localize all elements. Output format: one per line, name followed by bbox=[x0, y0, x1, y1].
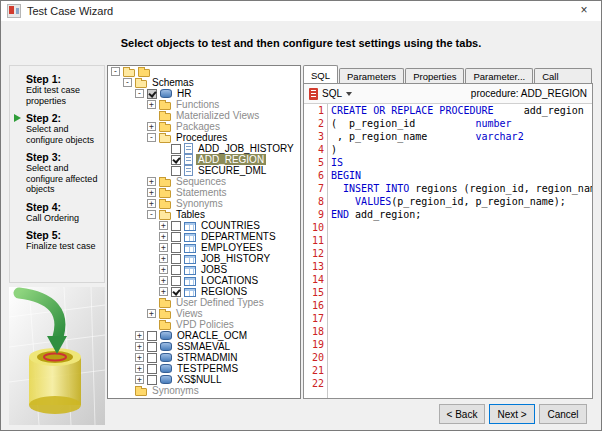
code-token: add_region; bbox=[349, 209, 421, 220]
expand-icon[interactable]: + bbox=[147, 100, 156, 109]
tab-properties[interactable]: Properties bbox=[405, 68, 464, 83]
object-name-label: procedure: ADD_REGION bbox=[471, 88, 587, 99]
titlebar[interactable]: Test Case Wizard × bbox=[1, 1, 601, 21]
code-editor[interactable]: 12345678910111213141516171819202122 CREA… bbox=[304, 104, 592, 398]
tree-node-add-region[interactable]: ADD_REGION bbox=[108, 154, 300, 165]
collapse-icon[interactable]: - bbox=[123, 78, 132, 87]
tree-node-xs-null[interactable]: +XS$NULL bbox=[108, 374, 300, 385]
expand-icon[interactable]: + bbox=[147, 122, 156, 131]
expand-icon[interactable]: + bbox=[159, 254, 168, 263]
tree-node-employees[interactable]: +EMPLOYEES bbox=[108, 242, 300, 253]
collapse-icon[interactable]: - bbox=[147, 210, 156, 219]
collapse-icon[interactable]: - bbox=[135, 89, 144, 98]
code-area[interactable]: CREATE OR REPLACE PROCEDURE add_region( … bbox=[328, 104, 592, 398]
tree-node-locations[interactable]: +LOCATIONS bbox=[108, 275, 300, 286]
keyword-token: VALUES bbox=[355, 196, 391, 207]
tree-node-functions[interactable]: +Functions bbox=[108, 99, 300, 110]
tree-node-synonyms[interactable]: +Synonyms bbox=[108, 198, 300, 209]
expand-icon[interactable]: + bbox=[135, 353, 144, 362]
line-number: 21 bbox=[304, 364, 324, 377]
checkbox[interactable] bbox=[171, 276, 181, 286]
tree-node-secure-dml[interactable]: SECURE_DML bbox=[108, 165, 300, 176]
expand-icon[interactable]: + bbox=[147, 309, 156, 318]
checkbox[interactable] bbox=[171, 232, 181, 242]
tree-node-tables[interactable]: -Tables bbox=[108, 209, 300, 220]
line-number: 18 bbox=[304, 325, 324, 338]
tab-parameter[interactable]: Parameter... bbox=[465, 68, 533, 83]
tree-node-vpd-policies[interactable]: VPD Policies bbox=[108, 319, 300, 330]
checkbox[interactable] bbox=[171, 144, 181, 154]
checkbox[interactable] bbox=[147, 364, 157, 374]
tree-node-label: Statements bbox=[174, 187, 229, 198]
tree-node-packages[interactable]: +Packages bbox=[108, 121, 300, 132]
tree-node-views[interactable]: +Views bbox=[108, 308, 300, 319]
tree-node-countries[interactable]: +COUNTRIES bbox=[108, 220, 300, 231]
expand-icon[interactable]: + bbox=[159, 221, 168, 230]
tree-node-jobs[interactable]: +JOBS bbox=[108, 264, 300, 275]
collapse-icon[interactable]: - bbox=[111, 67, 120, 76]
expand-icon[interactable]: + bbox=[159, 287, 168, 296]
tab-call-values[interactable]: Call Values bbox=[534, 68, 592, 83]
tree-node-label: COUNTRIES bbox=[199, 220, 262, 231]
checkbox[interactable] bbox=[147, 331, 157, 341]
tree-node-regions[interactable]: +REGIONS bbox=[108, 286, 300, 297]
expand-icon[interactable]: + bbox=[135, 375, 144, 384]
code-token: (p_region_id, p_region_name); bbox=[391, 196, 566, 207]
tab-parameters[interactable]: Parameters bbox=[339, 68, 404, 83]
object-tree[interactable]: --Schemas-HR+FunctionsMaterialized Views… bbox=[107, 65, 301, 399]
table-icon bbox=[184, 288, 196, 297]
tree-node-root[interactable]: - bbox=[108, 66, 300, 77]
code-line: BEGIN bbox=[331, 169, 592, 182]
close-button[interactable]: × bbox=[567, 1, 601, 21]
checkbox[interactable] bbox=[171, 265, 181, 275]
next-button[interactable]: Next > bbox=[489, 404, 535, 424]
checkbox[interactable] bbox=[171, 287, 181, 297]
cancel-button[interactable]: Cancel bbox=[539, 404, 587, 424]
tree-node-add-job-history[interactable]: ADD_JOB_HISTORY bbox=[108, 143, 300, 154]
tree-node-strmadmin[interactable]: +STRMADMIN bbox=[108, 352, 300, 363]
checkbox[interactable] bbox=[147, 375, 157, 385]
sql-view-dropdown[interactable]: SQL bbox=[322, 88, 342, 99]
code-line bbox=[331, 325, 592, 338]
expand-icon[interactable]: + bbox=[159, 276, 168, 285]
tree-node-materialized-views[interactable]: Materialized Views bbox=[108, 110, 300, 121]
checkbox[interactable] bbox=[171, 254, 181, 264]
tree-node-departments[interactable]: +DEPARTMENTS bbox=[108, 231, 300, 242]
keyword-token: END bbox=[331, 209, 349, 220]
tree-node-statements[interactable]: +Statements bbox=[108, 187, 300, 198]
tree-node-synonyms[interactable]: Synonyms bbox=[108, 385, 300, 396]
tree-node-ssmaeval[interactable]: +SSMAEVAL bbox=[108, 341, 300, 352]
collapse-icon[interactable]: - bbox=[147, 133, 156, 142]
expand-icon[interactable]: + bbox=[135, 364, 144, 373]
tree-node-procedures[interactable]: -Procedures bbox=[108, 132, 300, 143]
tree-node-job-history[interactable]: +JOB_HISTORY bbox=[108, 253, 300, 264]
tree-node-oracle-ocm[interactable]: +ORACLE_OCM bbox=[108, 330, 300, 341]
expand-icon[interactable]: + bbox=[147, 177, 156, 186]
checkbox[interactable] bbox=[171, 155, 181, 165]
checkbox[interactable] bbox=[147, 353, 157, 363]
expand-icon[interactable]: + bbox=[147, 199, 156, 208]
back-button[interactable]: < Back bbox=[439, 404, 485, 424]
checkbox[interactable] bbox=[171, 166, 181, 176]
tree-node-schemas[interactable]: -Schemas bbox=[108, 77, 300, 88]
checkbox[interactable] bbox=[171, 243, 181, 253]
expand-icon[interactable]: + bbox=[135, 331, 144, 340]
folder-icon bbox=[159, 322, 171, 330]
expand-icon[interactable]: + bbox=[147, 188, 156, 197]
checkbox[interactable] bbox=[171, 221, 181, 231]
code-line bbox=[331, 377, 592, 390]
line-number: 6 bbox=[304, 169, 324, 182]
folder-open-icon bbox=[159, 212, 171, 220]
expand-icon[interactable]: + bbox=[159, 243, 168, 252]
tree-node-sequences[interactable]: +Sequences bbox=[108, 176, 300, 187]
chevron-down-icon[interactable] bbox=[346, 92, 352, 96]
checkbox[interactable] bbox=[147, 89, 157, 99]
tree-node-testperms[interactable]: +TESTPERMS bbox=[108, 363, 300, 374]
tree-node-user-defined-types[interactable]: User Defined Types bbox=[108, 297, 300, 308]
tab-sql[interactable]: SQL bbox=[303, 65, 338, 83]
expand-icon[interactable]: + bbox=[135, 342, 144, 351]
expand-icon[interactable]: + bbox=[159, 265, 168, 274]
tree-node-hr[interactable]: -HR bbox=[108, 88, 300, 99]
checkbox[interactable] bbox=[147, 342, 157, 352]
expand-icon[interactable]: + bbox=[159, 232, 168, 241]
